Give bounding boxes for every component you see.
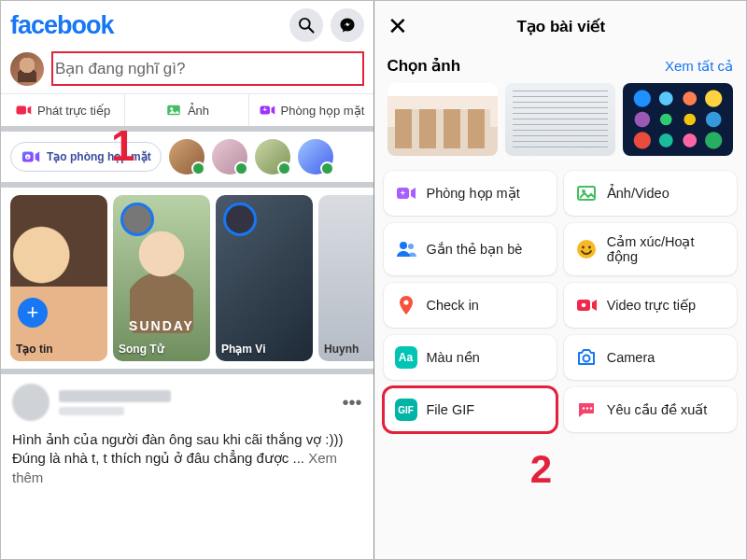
composer-actions: Phát trực tiếp Ảnh + Phòng họp mặt	[1, 93, 374, 132]
room-icon: +	[395, 182, 417, 204]
create-post-screen: ✕ Tạo bài viết Chọn ảnh Xem tất cả + Phò…	[374, 1, 747, 559]
svg-rect-2	[17, 106, 27, 115]
photo-thumbnail[interactable]	[388, 83, 498, 156]
rooms-row: + Tạo phòng họp mặt	[1, 132, 374, 188]
option-photo-video[interactable]: Ảnh/Video	[564, 171, 737, 216]
composer-highlight: Bạn đang nghĩ gì?	[51, 51, 364, 86]
live-icon	[575, 294, 598, 316]
svg-text:+: +	[26, 154, 29, 160]
see-all-link[interactable]: Xem tất cả	[665, 58, 733, 75]
live-icon	[15, 102, 32, 119]
story-item[interactable]: SUNDAY Song Tử	[113, 195, 210, 361]
messenger-icon	[338, 16, 357, 35]
svg-point-18	[588, 246, 591, 249]
photo-thumbnails	[374, 83, 747, 167]
option-checkin[interactable]: Check in	[384, 283, 557, 328]
story-avatar-ring	[120, 203, 154, 236]
option-background[interactable]: Aa Màu nền	[384, 335, 557, 380]
option-room[interactable]: + Phòng họp mặt	[384, 171, 557, 216]
svg-text:+: +	[400, 189, 404, 198]
story-item[interactable]: Huynh	[318, 195, 374, 361]
svg-point-19	[403, 300, 408, 304]
option-recommendations[interactable]: Yêu cầu đề xuất	[564, 387, 737, 432]
option-gif[interactable]: GIF File GIF	[384, 387, 557, 432]
emoji-icon	[575, 238, 598, 260]
search-button[interactable]	[289, 8, 323, 42]
camera-icon	[575, 346, 598, 369]
svg-line-1	[308, 28, 313, 33]
online-friend[interactable]	[169, 139, 204, 175]
svg-point-21	[581, 303, 585, 308]
speech-icon	[575, 399, 598, 421]
annotation-2: 2	[530, 447, 552, 492]
plus-icon: +	[18, 298, 48, 328]
action-photo[interactable]: Ảnh	[125, 94, 249, 126]
svg-point-16	[577, 240, 596, 259]
text-bg-icon: Aa	[395, 346, 417, 369]
photo-thumbnail[interactable]	[623, 83, 733, 156]
modal-title: Tạo bài viết	[408, 17, 715, 36]
svg-point-4	[170, 107, 173, 110]
composer-input[interactable]: Bạn đang nghĩ gì?	[55, 59, 360, 78]
svg-text:+: +	[262, 105, 267, 114]
annotation-1: 1	[111, 120, 135, 171]
facebook-logo: facebook	[10, 11, 282, 40]
post-options-grid: + Phòng họp mặt Ảnh/Video Gắn thẻ bạn bè…	[374, 167, 747, 441]
svg-point-14	[400, 242, 407, 249]
online-friend[interactable]	[212, 139, 247, 175]
post-avatar[interactable]	[12, 384, 49, 421]
section-label: Chọn ảnh	[388, 56, 461, 76]
story-item[interactable]: Phạm Vi	[216, 195, 313, 361]
action-live[interactable]: Phát trực tiếp	[1, 94, 125, 126]
post: ••• Hình ảnh của người đàn ông sau khi c…	[1, 374, 374, 497]
svg-point-24	[586, 407, 588, 409]
story-create[interactable]: + Tạo tin	[10, 195, 107, 361]
photo-icon	[575, 182, 598, 204]
location-icon	[395, 294, 417, 316]
people-icon	[395, 238, 417, 260]
option-camera[interactable]: Camera	[564, 335, 737, 380]
messenger-button[interactable]	[331, 8, 364, 42]
create-room-button[interactable]: + Tạo phòng họp mặt	[10, 142, 162, 172]
svg-point-25	[590, 407, 592, 409]
room-icon: +	[259, 102, 275, 119]
online-friend[interactable]	[255, 139, 290, 175]
action-room[interactable]: + Phòng họp mặt	[249, 94, 373, 126]
online-friend[interactable]	[298, 139, 333, 175]
svg-point-15	[408, 244, 414, 249]
option-tag-friends[interactable]: Gắn thẻ bạn bè	[384, 223, 557, 275]
user-avatar[interactable]	[10, 52, 44, 86]
option-live-video[interactable]: Video trực tiếp	[564, 283, 737, 328]
option-feeling[interactable]: Cảm xúc/Hoạt động	[564, 223, 737, 275]
gif-icon: GIF	[395, 399, 417, 421]
search-icon	[297, 16, 316, 35]
post-text: Hình ảnh của người đàn ông sau khi cãi t…	[12, 430, 362, 487]
post-menu-button[interactable]: •••	[342, 392, 361, 413]
svg-point-22	[583, 356, 589, 362]
photo-thumbnail[interactable]	[505, 83, 615, 156]
stories-row: + Tạo tin SUNDAY Song Tử Phạm Vi Huynh	[1, 188, 374, 374]
svg-point-23	[583, 407, 585, 409]
camera-plus-icon: +	[21, 147, 41, 167]
post-author[interactable]	[59, 390, 332, 415]
svg-point-17	[582, 246, 585, 249]
photo-icon	[165, 102, 182, 119]
story-avatar-ring	[223, 203, 257, 236]
close-button[interactable]: ✕	[388, 12, 408, 41]
feed-screen: facebook Bạn đang nghĩ gì? Phát trực tiế…	[1, 1, 374, 559]
